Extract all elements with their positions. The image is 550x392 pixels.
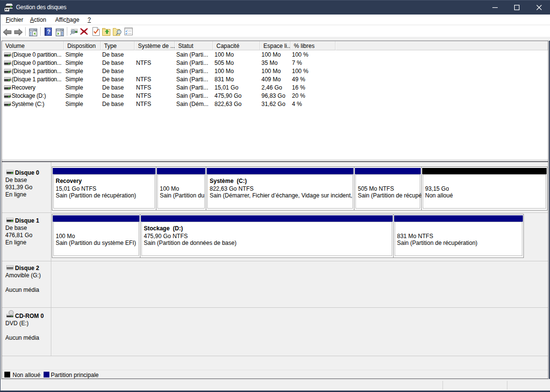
svg-text:?: ? (47, 29, 50, 35)
